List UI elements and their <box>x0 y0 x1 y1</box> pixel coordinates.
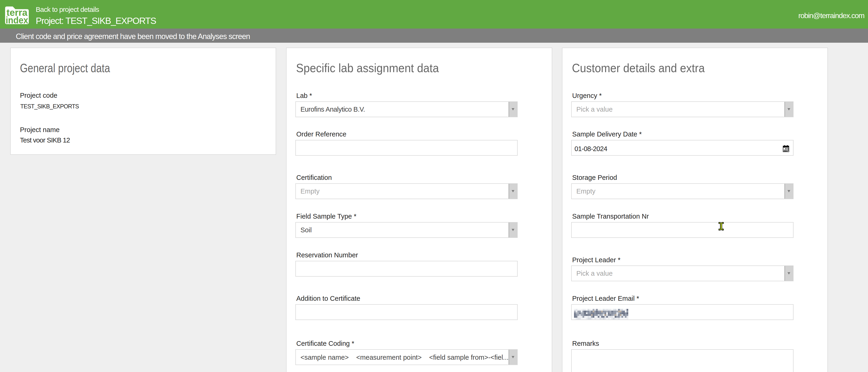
svg-text:index: index <box>6 15 28 24</box>
